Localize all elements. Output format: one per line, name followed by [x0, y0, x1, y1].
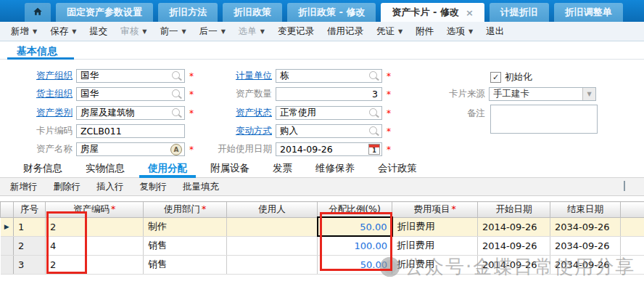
chevron-down-icon[interactable]: ▼ — [468, 28, 473, 35]
column-header-dept[interactable]: 使用部门* — [144, 202, 227, 218]
detail-tab-1[interactable]: 实物信息 — [74, 160, 136, 177]
detail-tab-0[interactable]: 财务信息 — [12, 160, 74, 177]
field-input[interactable]: 3 — [276, 87, 382, 101]
magnifier-icon[interactable] — [172, 71, 180, 79]
grid-cell-seq[interactable]: 2 — [14, 236, 46, 255]
chevron-down-icon[interactable]: ▼ — [221, 28, 226, 35]
magnifier-icon[interactable] — [369, 71, 377, 79]
magnifier-icon[interactable] — [369, 126, 377, 134]
multilang-a-icon[interactable]: A — [170, 144, 182, 155]
grid-cell-dept[interactable]: 制作 — [144, 217, 227, 236]
field-label[interactable]: 变动方式 — [199, 125, 276, 137]
grid-cell-asset_code[interactable]: 4 — [46, 236, 144, 255]
row-selector-header[interactable] — [1, 202, 14, 218]
calendar-icon[interactable]: 1 — [368, 144, 380, 155]
grid-cell-seq[interactable]: 1 — [14, 217, 46, 236]
grid-toolbar-button-4[interactable]: 批量填充 — [175, 181, 227, 193]
grid-cell-start[interactable]: 2014-09-26 — [478, 236, 550, 255]
column-header-user[interactable]: 使用人 — [227, 202, 318, 218]
toolbar-button-11[interactable]: 选项▼ — [440, 25, 479, 38]
chevron-down-icon[interactable]: ▼ — [142, 28, 146, 35]
grid-cell-expense[interactable]: 折旧费用 — [392, 217, 478, 236]
grid-toolbar-button-2[interactable]: 插入行 — [88, 181, 132, 193]
row-selector[interactable] — [1, 236, 14, 255]
field-input[interactable]: 2014-09-261 — [276, 142, 382, 156]
grid-toolbar-button-3[interactable]: 复制行 — [132, 181, 176, 193]
init-checkbox[interactable]: ✓ — [490, 72, 501, 83]
toolbar-button-1[interactable]: 保存▼ — [44, 25, 83, 38]
field-input[interactable]: 栋 — [276, 69, 382, 83]
field-label[interactable]: 计量单位 — [199, 70, 276, 82]
field-label[interactable]: 货主组织 — [12, 88, 76, 100]
window-tab-3[interactable]: 折旧政策 - 修改 — [287, 3, 376, 22]
window-tab-0[interactable]: 固定资产参数设置 — [56, 3, 153, 22]
grid-cell-user[interactable] — [227, 255, 318, 274]
grid-cell-user[interactable] — [227, 236, 318, 255]
field-label[interactable]: 资产组织 — [12, 70, 76, 82]
card-source-select[interactable]: 手工建卡 ▼ — [489, 87, 596, 101]
field-input[interactable]: ZCLB011 — [76, 124, 185, 138]
field-input[interactable]: 国华 — [76, 87, 185, 101]
remark-textarea[interactable] — [490, 105, 598, 134]
toolbar-button-0[interactable]: 新增▼ — [4, 25, 44, 38]
home-tab[interactable] — [25, 3, 51, 22]
toolbar-button-9[interactable]: 凭证▼ — [370, 25, 409, 38]
column-header-start[interactable]: 开始日期 — [478, 202, 550, 218]
field-input[interactable]: 房屋及建筑物 — [76, 106, 185, 120]
pane-splitter-handle[interactable] — [624, 181, 625, 191]
grid-cell-user[interactable] — [227, 217, 318, 236]
field-label[interactable]: 资产类别 — [12, 107, 76, 119]
window-tab-1[interactable]: 折旧方法 — [158, 3, 218, 22]
magnifier-icon[interactable] — [172, 89, 180, 97]
field-input[interactable]: 购入 — [276, 124, 382, 138]
field-input[interactable]: 房屋A — [76, 142, 185, 156]
row-selector[interactable]: ▶ — [1, 217, 14, 236]
chevron-down-icon[interactable]: ▼ — [33, 28, 37, 35]
column-header-seq[interactable]: 序号 — [14, 202, 46, 218]
grid-cell-expense[interactable]: 折旧费用 — [392, 236, 478, 255]
magnifier-icon[interactable] — [369, 108, 377, 116]
chevron-down-icon[interactable]: ▼ — [582, 88, 595, 100]
detail-tab-4[interactable]: 发票 — [261, 160, 304, 177]
grid-toolbar-button-0[interactable]: 新增行 — [2, 181, 46, 193]
detail-tab-6[interactable]: 会计政策 — [366, 160, 429, 177]
chevron-down-icon[interactable]: ▼ — [72, 28, 76, 35]
toolbar-button-2[interactable]: 提交 — [83, 25, 114, 38]
grid-cell-asset_code[interactable]: 2 — [46, 217, 144, 236]
detail-tab-5[interactable]: 维修保养 — [304, 160, 366, 177]
grid-cell-end[interactable]: 2034-09-26 — [550, 217, 621, 236]
toolbar-button-7[interactable]: 变更记录 — [271, 25, 321, 38]
detail-tab-3[interactable]: 附属设备 — [199, 160, 261, 177]
grid-cell-end[interactable]: 2034-09-26 — [550, 236, 621, 255]
grid-cell-seq[interactable]: 3 — [14, 255, 46, 274]
toolbar-button-10[interactable]: 附件 — [409, 25, 440, 38]
grid-cell-ratio[interactable]: 100.00 — [318, 236, 392, 255]
toolbar-button-6[interactable]: 选单▼ — [232, 25, 271, 38]
field-input[interactable]: 国华 — [76, 69, 185, 83]
column-header-expense[interactable]: 费用项目* — [392, 202, 478, 218]
window-tab-6[interactable]: 折旧调整单 — [554, 3, 623, 22]
window-tab-5[interactable]: 计提折旧 — [490, 3, 549, 22]
grid-toolbar-button-1[interactable]: 删除行 — [46, 181, 89, 193]
row-selector[interactable] — [1, 255, 14, 274]
chevron-down-icon[interactable]: ▼ — [398, 28, 402, 35]
close-icon[interactable]: × — [466, 8, 474, 17]
chevron-down-icon[interactable]: ▼ — [181, 28, 186, 35]
window-tab-4[interactable]: 资产卡片 - 修改× — [381, 3, 484, 22]
window-tab-2[interactable]: 折旧政策 — [223, 3, 282, 22]
field-label[interactable]: 资产状态 — [199, 107, 276, 119]
magnifier-icon[interactable] — [172, 108, 180, 116]
toolbar-button-4[interactable]: 前一▼ — [153, 25, 192, 38]
grid-cell-dept[interactable]: 销售 — [144, 255, 227, 274]
grid-cell-start[interactable]: 2014-09-26 — [478, 217, 550, 236]
toolbar-button-5[interactable]: 后一▼ — [193, 25, 232, 38]
column-header-ratio[interactable]: 分配比例(%) — [318, 202, 392, 218]
grid-cell-dept[interactable]: 销售 — [144, 236, 227, 255]
column-header-end[interactable]: 结束日期 — [550, 202, 621, 218]
detail-tab-2[interactable]: 使用分配 — [136, 160, 199, 177]
field-input[interactable]: 正常使用 — [276, 106, 382, 120]
toolbar-button-12[interactable]: 退出 — [479, 25, 511, 38]
column-header-asset_code[interactable]: 资产编码* — [46, 202, 144, 218]
grid-cell-asset_code[interactable]: 2 — [46, 255, 144, 274]
toolbar-button-3[interactable]: 审核▼ — [114, 25, 153, 38]
